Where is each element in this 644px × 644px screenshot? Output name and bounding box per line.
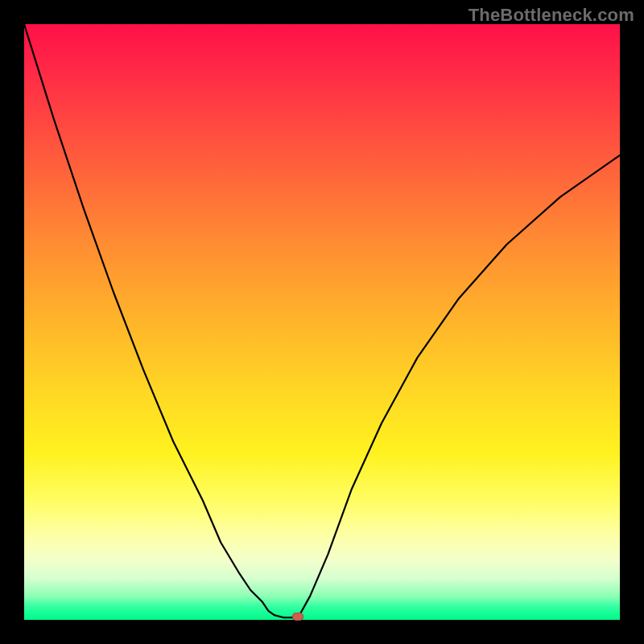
- chart-plot-area: [24, 24, 620, 620]
- bottleneck-curve: [24, 24, 620, 620]
- chart-frame: TheBottleneck.com: [0, 0, 644, 644]
- optimal-point-marker: [292, 613, 303, 621]
- curve-path: [24, 24, 620, 617]
- watermark-text: TheBottleneck.com: [469, 5, 634, 26]
